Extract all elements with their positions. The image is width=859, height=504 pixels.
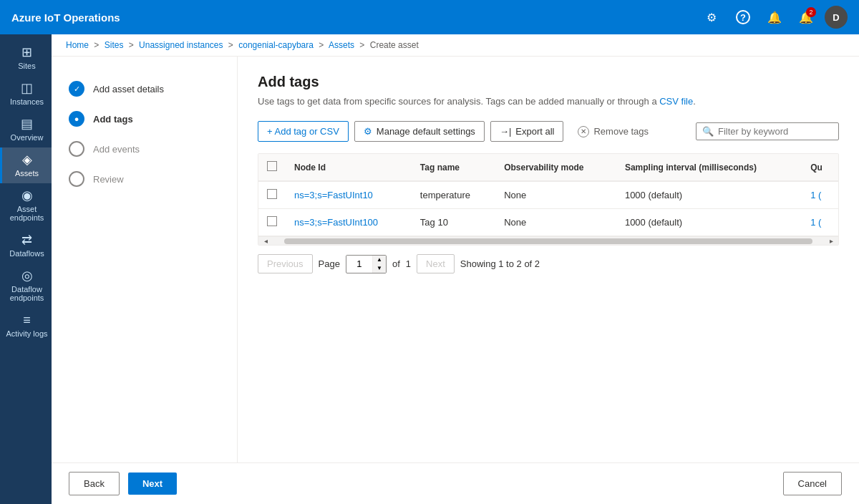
row1-node-id[interactable]: ns=3;s=FastUInt10 bbox=[286, 181, 412, 209]
sidebar-item-label-assets: Assets bbox=[15, 169, 39, 178]
back-button[interactable]: Back bbox=[69, 472, 120, 495]
select-all-checkbox[interactable] bbox=[267, 161, 277, 171]
page-desc-suffix: . bbox=[693, 96, 696, 107]
assets-icon: ◈ bbox=[22, 153, 32, 166]
pagination: Previous Page ▲ ▼ of 1 Next Showing 1 to… bbox=[258, 254, 839, 273]
page-up-arrow[interactable]: ▲ bbox=[373, 256, 386, 264]
step-add-tags[interactable]: ● Add tags bbox=[63, 104, 225, 134]
breadcrumb: Home > Sites > Unassigned instances > co… bbox=[52, 34, 859, 57]
col-header-node-id: Node Id bbox=[286, 154, 412, 181]
sidebar-item-asset-endpoints[interactable]: ◉ Asset endpoints bbox=[0, 183, 52, 228]
scroll-left-arrow[interactable]: ◂ bbox=[261, 237, 270, 246]
sidebar-item-label-asset-endpoints: Asset endpoints bbox=[5, 205, 49, 222]
bell-button[interactable]: 🔔 bbox=[762, 4, 787, 30]
main-panel: Add tags Use tags to get data from speci… bbox=[238, 57, 859, 462]
export-all-button[interactable]: →| →| Export all Export all bbox=[490, 121, 564, 142]
page-number-input[interactable] bbox=[346, 256, 372, 272]
row2-checkbox[interactable] bbox=[267, 216, 277, 226]
row2-queue-size: 1 ( bbox=[802, 209, 838, 236]
inner-layout: ✓ Add asset details ● Add tags Add event… bbox=[52, 57, 859, 462]
breadcrumb-sep-4: > bbox=[319, 40, 324, 50]
steps-panel: ✓ Add asset details ● Add tags Add event… bbox=[52, 57, 238, 462]
page-title: Add tags bbox=[258, 74, 839, 90]
cancel-button[interactable]: Cancel bbox=[783, 472, 842, 495]
next-button[interactable]: Next bbox=[417, 254, 455, 273]
tags-table-container: Node Id Tag name Observability mode Samp… bbox=[258, 153, 839, 246]
row1-tag-name: temperature bbox=[412, 181, 495, 209]
sites-icon: ⊞ bbox=[21, 46, 32, 59]
step-circle-1: ✓ bbox=[69, 81, 84, 97]
help-button[interactable]: ? bbox=[730, 4, 756, 30]
scroll-thumb[interactable] bbox=[284, 238, 812, 244]
row1-queue-size: 1 ( bbox=[802, 181, 838, 209]
page-arrows: ▲ ▼ bbox=[372, 256, 386, 273]
table-header-row: Node Id Tag name Observability mode Samp… bbox=[258, 154, 838, 181]
breadcrumb-sep-1: > bbox=[94, 40, 99, 50]
nav-icons: ⚙ ? 🔔 🔔 2 D bbox=[699, 4, 848, 30]
row1-sampling-interval: 1000 (default) bbox=[616, 181, 802, 209]
row2-tag-name: Tag 10 bbox=[412, 209, 495, 236]
sidebar-item-label-instances: Instances bbox=[10, 97, 44, 106]
row2-node-id[interactable]: ns=3;s=FastUInt100 bbox=[286, 209, 412, 236]
search-icon: 🔍 bbox=[702, 126, 714, 137]
sidebar-item-dataflow-endpoints[interactable]: ◎ Dataflow endpoints bbox=[0, 263, 52, 308]
step-circle-2: ● bbox=[69, 111, 84, 127]
manage-default-settings-button[interactable]: ⚙ Manage default settings bbox=[354, 121, 485, 142]
filter-input[interactable] bbox=[718, 126, 833, 137]
scroll-right-arrow[interactable]: ▸ bbox=[827, 237, 835, 246]
sidebar-item-label-sites: Sites bbox=[18, 62, 35, 70]
step-add-asset-details[interactable]: ✓ Add asset details bbox=[63, 74, 225, 104]
sidebar-item-label-overview: Overview bbox=[11, 133, 44, 142]
avatar[interactable]: D bbox=[825, 6, 848, 29]
sidebar-item-activity-logs[interactable]: ≡ Activity logs bbox=[0, 308, 52, 344]
dataflows-icon: ⇄ bbox=[21, 233, 32, 246]
notification-badge: 2 bbox=[806, 7, 816, 17]
breadcrumb-sites[interactable]: Sites bbox=[105, 40, 124, 50]
breadcrumb-sep-2: > bbox=[129, 40, 134, 50]
page-desc-link[interactable]: CSV file bbox=[659, 96, 693, 107]
breadcrumb-assets[interactable]: Assets bbox=[329, 40, 354, 50]
row2-sampling-interval: 1000 (default) bbox=[616, 209, 802, 236]
row1-checkbox[interactable] bbox=[267, 189, 277, 199]
sidebar-item-sites[interactable]: ⊞ Sites bbox=[0, 40, 52, 76]
content-area: Home > Sites > Unassigned instances > co… bbox=[52, 34, 859, 504]
row2-checkbox-cell bbox=[258, 209, 286, 236]
remove-tags-button[interactable]: ✕ Remove tags bbox=[569, 122, 657, 142]
export-icon: →| bbox=[500, 126, 511, 137]
sidebar-item-instances[interactable]: ◫ Instances bbox=[0, 76, 52, 112]
dataflow-endpoints-icon: ◎ bbox=[21, 269, 33, 282]
col-header-sampling-interval: Sampling interval (milliseconds) bbox=[616, 154, 802, 181]
add-tag-csv-button[interactable]: + Add tag or CSV bbox=[258, 121, 349, 142]
settings-button[interactable]: ⚙ bbox=[699, 4, 724, 30]
step-review[interactable]: Review bbox=[63, 164, 225, 194]
sidebar: ⊞ Sites ◫ Instances ▤ Overview ◈ Assets … bbox=[0, 34, 52, 504]
breadcrumb-home[interactable]: Home bbox=[66, 40, 89, 50]
step-label-1: Add asset details bbox=[93, 84, 164, 94]
breadcrumb-create-asset: Create asset bbox=[370, 40, 419, 50]
overview-icon: ▤ bbox=[21, 117, 33, 130]
col-header-queue-size: Qu bbox=[802, 154, 838, 181]
step-circle-3 bbox=[69, 141, 84, 157]
page-desc-prefix: Use tags to get data from specific sourc… bbox=[258, 96, 659, 107]
toolbar: + Add tag or CSV ⚙ Manage default settin… bbox=[258, 121, 839, 142]
sidebar-item-assets[interactable]: ◈ Assets bbox=[0, 147, 52, 183]
breadcrumb-capybara[interactable]: congenial-capybara bbox=[238, 40, 314, 50]
notifications-button[interactable]: 🔔 2 bbox=[793, 4, 819, 30]
horizontal-scrollbar[interactable]: ◂ ▸ bbox=[258, 236, 838, 245]
step-circle-4 bbox=[69, 171, 84, 187]
breadcrumb-unassigned[interactable]: Unassigned instances bbox=[139, 40, 223, 50]
app-title: Azure IoT Operations bbox=[11, 11, 699, 24]
previous-button[interactable]: Previous bbox=[258, 254, 313, 273]
activity-logs-icon: ≡ bbox=[23, 314, 31, 326]
sidebar-item-overview[interactable]: ▤ Overview bbox=[0, 112, 52, 147]
main-layout: ⊞ Sites ◫ Instances ▤ Overview ◈ Assets … bbox=[0, 34, 859, 504]
settings-gear-icon: ⚙ bbox=[364, 126, 372, 137]
sidebar-item-dataflows[interactable]: ⇄ Dataflows bbox=[0, 228, 52, 263]
top-navigation: Azure IoT Operations ⚙ ? 🔔 🔔 2 D bbox=[0, 0, 859, 34]
remove-tags-circle-icon: ✕ bbox=[578, 126, 589, 137]
total-pages: 1 bbox=[406, 258, 411, 269]
next-button-bottom[interactable]: Next bbox=[128, 472, 177, 495]
col-header-tag-name: Tag name bbox=[412, 154, 495, 181]
step-add-events[interactable]: Add events bbox=[63, 134, 225, 164]
page-down-arrow[interactable]: ▼ bbox=[373, 264, 386, 273]
